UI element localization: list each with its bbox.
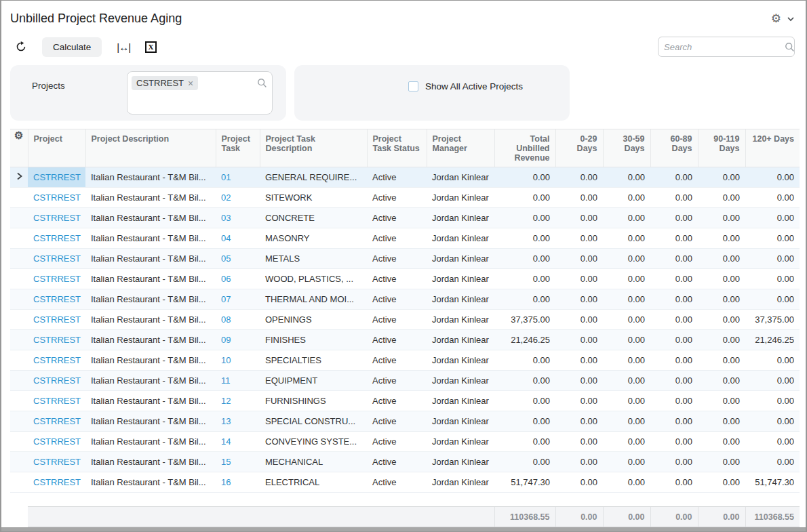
- table-row[interactable]: CSTRREST Italian Restaurant - T&M Bil...…: [10, 208, 800, 228]
- col-120-days[interactable]: 120+ Days: [745, 129, 800, 167]
- show-all-checkbox[interactable]: [408, 81, 418, 91]
- project-link-cell[interactable]: CSTRREST: [28, 228, 85, 249]
- projects-multiselect[interactable]: CSTRREST ×: [127, 71, 273, 115]
- project-task-link[interactable]: 15: [221, 457, 231, 467]
- table-row[interactable]: CSTRREST Italian Restaurant - T&M Bil...…: [10, 228, 800, 249]
- project-link[interactable]: CSTRREST: [33, 213, 81, 223]
- project-task-link[interactable]: 01: [221, 172, 231, 182]
- project-task-link[interactable]: 03: [221, 213, 231, 223]
- project-task-link[interactable]: 02: [221, 192, 231, 203]
- table-row[interactable]: CSTRREST Italian Restaurant - T&M Bil...…: [10, 330, 800, 350]
- project-task-link[interactable]: 06: [221, 274, 231, 284]
- project-task-cell[interactable]: 14: [216, 432, 260, 452]
- refresh-icon[interactable]: [15, 41, 27, 53]
- project-link[interactable]: CSTRREST: [33, 375, 81, 386]
- project-link-cell[interactable]: CSTRREST: [28, 330, 85, 350]
- table-row[interactable]: CSTRREST Italian Restaurant - T&M Bil...…: [10, 289, 800, 310]
- table-row[interactable]: CSTRREST Italian Restaurant - T&M Bil...…: [10, 310, 800, 330]
- project-link[interactable]: CSTRREST: [33, 294, 81, 304]
- project-link-cell[interactable]: CSTRREST: [28, 371, 85, 391]
- project-link-cell[interactable]: CSTRREST: [28, 391, 85, 411]
- project-task-link[interactable]: 04: [221, 233, 231, 243]
- col-total-unbilled-revenue[interactable]: Total Unbilled Revenue: [494, 129, 555, 167]
- project-task-cell[interactable]: 04: [216, 228, 260, 249]
- col-60-89-days[interactable]: 60-89 Days: [650, 129, 698, 167]
- project-task-cell[interactable]: 16: [216, 472, 260, 493]
- projects-search-icon[interactable]: [257, 78, 267, 88]
- project-task-link[interactable]: 09: [221, 335, 231, 345]
- table-row[interactable]: CSTRREST Italian Restaurant - T&M Bil...…: [10, 269, 800, 289]
- project-link-cell[interactable]: CSTRREST: [28, 310, 85, 330]
- project-task-link[interactable]: 07: [221, 294, 231, 304]
- col-project-task[interactable]: Project Task: [216, 129, 260, 167]
- project-link-cell[interactable]: CSTRREST: [28, 350, 85, 371]
- project-link-cell[interactable]: CSTRREST: [28, 472, 85, 493]
- project-task-cell[interactable]: 11: [216, 371, 260, 391]
- project-link[interactable]: CSTRREST: [33, 172, 81, 182]
- fit-width-icon[interactable]: |↔|: [117, 41, 130, 53]
- col-30-59-days[interactable]: 30-59 Days: [603, 129, 650, 167]
- table-row[interactable]: CSTRREST Italian Restaurant - T&M Bil...…: [10, 432, 800, 452]
- project-task-cell[interactable]: 03: [216, 208, 260, 228]
- table-row[interactable]: CSTRREST Italian Restaurant - T&M Bil...…: [10, 411, 800, 432]
- table-row[interactable]: CSTRREST Italian Restaurant - T&M Bil...…: [10, 472, 800, 493]
- search-input[interactable]: [664, 42, 785, 52]
- project-task-link[interactable]: 12: [221, 396, 231, 406]
- calculate-button[interactable]: Calculate: [42, 37, 102, 57]
- project-link-cell[interactable]: CSTRREST: [28, 411, 85, 432]
- project-link-cell[interactable]: CSTRREST: [28, 452, 85, 472]
- project-task-cell[interactable]: 05: [216, 249, 260, 269]
- project-task-cell[interactable]: 09: [216, 330, 260, 350]
- export-excel-icon[interactable]: X: [145, 41, 157, 53]
- col-project-task-status[interactable]: Project Task Status: [367, 129, 427, 167]
- project-task-cell[interactable]: 07: [216, 289, 260, 310]
- column-settings-gear-icon[interactable]: ⚙: [14, 129, 23, 141]
- project-task-cell[interactable]: 13: [216, 411, 260, 432]
- project-link[interactable]: CSTRREST: [33, 233, 81, 243]
- project-link[interactable]: CSTRREST: [33, 477, 81, 487]
- project-task-cell[interactable]: 15: [216, 452, 260, 472]
- project-link[interactable]: CSTRREST: [33, 314, 81, 325]
- table-row[interactable]: CSTRREST Italian Restaurant - T&M Bil...…: [10, 188, 800, 208]
- project-link[interactable]: CSTRREST: [33, 436, 81, 447]
- project-link[interactable]: CSTRREST: [33, 396, 81, 406]
- row-expander-icon[interactable]: [16, 172, 23, 180]
- project-link[interactable]: CSTRREST: [33, 457, 81, 467]
- col-project[interactable]: Project: [28, 129, 85, 167]
- project-task-cell[interactable]: 12: [216, 391, 260, 411]
- project-link[interactable]: CSTRREST: [33, 253, 81, 264]
- project-task-link[interactable]: 14: [221, 436, 231, 447]
- search-icon[interactable]: [785, 42, 795, 52]
- project-link-cell[interactable]: CSTRREST: [28, 432, 85, 452]
- table-row[interactable]: CSTRREST Italian Restaurant - T&M Bil...…: [10, 249, 800, 269]
- col-project-description[interactable]: Project Description: [85, 129, 216, 167]
- project-link[interactable]: CSTRREST: [33, 192, 81, 203]
- project-link-cell[interactable]: CSTRREST: [28, 289, 85, 310]
- col-0-29-days[interactable]: 0-29 Days: [555, 129, 603, 167]
- chevron-down-icon[interactable]: [787, 16, 795, 22]
- project-link[interactable]: CSTRREST: [33, 274, 81, 284]
- project-link-cell[interactable]: CSTRREST: [28, 208, 85, 228]
- project-link[interactable]: CSTRREST: [33, 416, 81, 426]
- project-link[interactable]: CSTRREST: [33, 335, 81, 345]
- table-row[interactable]: CSTRREST Italian Restaurant - T&M Bil...…: [10, 167, 800, 188]
- project-link-cell[interactable]: CSTRREST: [28, 269, 85, 289]
- project-task-cell[interactable]: 01: [216, 167, 260, 188]
- col-90-119-days[interactable]: 90-119 Days: [698, 129, 745, 167]
- project-link-cell[interactable]: CSTRREST: [28, 167, 85, 188]
- project-task-cell[interactable]: 02: [216, 188, 260, 208]
- project-task-link[interactable]: 08: [221, 314, 231, 325]
- col-project-task-description[interactable]: Project Task Description: [260, 129, 367, 167]
- project-link[interactable]: CSTRREST: [33, 355, 81, 365]
- table-row[interactable]: CSTRREST Italian Restaurant - T&M Bil...…: [10, 391, 800, 411]
- project-task-cell[interactable]: 10: [216, 350, 260, 371]
- project-task-link[interactable]: 13: [221, 416, 231, 426]
- table-row[interactable]: CSTRREST Italian Restaurant - T&M Bil...…: [10, 452, 800, 472]
- project-task-cell[interactable]: 06: [216, 269, 260, 289]
- project-task-link[interactable]: 16: [221, 477, 231, 487]
- table-row[interactable]: CSTRREST Italian Restaurant - T&M Bil...…: [10, 350, 800, 371]
- project-link-cell[interactable]: CSTRREST: [28, 249, 85, 269]
- project-task-link[interactable]: 05: [221, 253, 231, 264]
- table-row[interactable]: CSTRREST Italian Restaurant - T&M Bil...…: [10, 371, 800, 391]
- project-chip[interactable]: CSTRREST ×: [132, 76, 198, 90]
